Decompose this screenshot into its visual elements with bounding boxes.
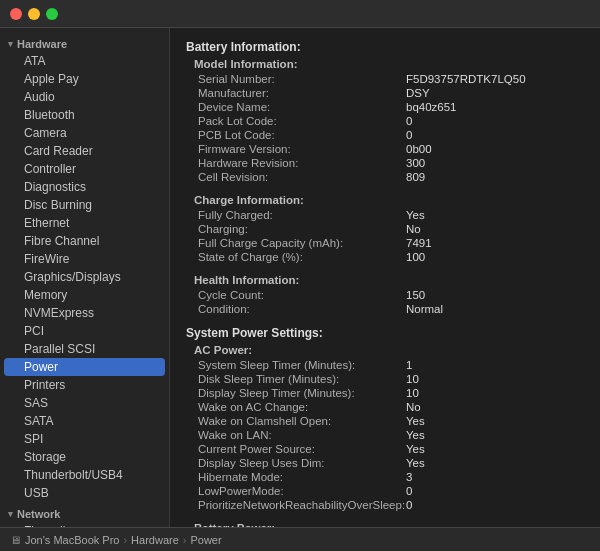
group-label: Hardware [17,38,67,50]
row-label: PrioritizeNetworkReachabilityOverSleep: [186,498,406,512]
sidebar-item-printers[interactable]: Printers [4,376,165,394]
sidebar-item-sas[interactable]: SAS [4,394,165,412]
breadcrumb-separator: › [183,534,187,546]
row-value: F5D93757RDTK7LQ50 [406,72,584,86]
row-value: Yes [406,414,584,428]
table-row: LowPowerMode:0 [186,484,584,498]
row-value: Yes [406,208,584,222]
sidebar-item-graphics-displays[interactable]: Graphics/Displays [4,268,165,286]
row-label: Serial Number: [186,72,406,86]
sidebar-item-spi[interactable]: SPI [4,430,165,448]
row-value: 300 [406,156,584,170]
sidebar-group-network[interactable]: ▾Network [0,502,169,522]
row-label: Wake on AC Change: [186,400,406,414]
breadcrumb-item[interactable]: Power [190,534,221,546]
table-row: Wake on LAN:Yes [186,428,584,442]
table-row: Charging:No [186,222,584,236]
sidebar-item-parallel-scsi[interactable]: Parallel SCSI [4,340,165,358]
sidebar-item-audio[interactable]: Audio [4,88,165,106]
table-row: Disk Sleep Timer (Minutes):10 [186,372,584,386]
row-label: Display Sleep Uses Dim: [186,456,406,470]
group-label: Network [17,508,60,520]
battery-power-title: Battery Power: [194,522,584,527]
maximize-button[interactable] [46,8,58,20]
sidebar-group-hardware[interactable]: ▾Hardware [0,32,169,52]
row-label: Full Charge Capacity (mAh): [186,236,406,250]
title-bar [0,0,600,28]
row-label: Pack Lot Code: [186,114,406,128]
row-label: Hibernate Mode: [186,470,406,484]
row-label: Disk Sleep Timer (Minutes): [186,372,406,386]
bottom-bar: 🖥Jon's MacBook Pro › Hardware › Power [0,527,600,551]
sidebar-item-sata[interactable]: SATA [4,412,165,430]
row-label: Cycle Count: [186,288,406,302]
chevron-icon: ▾ [8,39,13,49]
sidebar-item-memory[interactable]: Memory [4,286,165,304]
row-value: Yes [406,442,584,456]
row-value: 10 [406,386,584,400]
row-value: bq40z651 [406,100,584,114]
info-table: Cycle Count:150Condition:Normal [186,288,584,316]
sidebar-item-firewire[interactable]: FireWire [4,250,165,268]
close-button[interactable] [10,8,22,20]
traffic-lights [10,8,58,20]
sidebar-item-thunderbolt-usb4[interactable]: Thunderbolt/USB4 [4,466,165,484]
minimize-button[interactable] [28,8,40,20]
sidebar-item-ethernet[interactable]: Ethernet [4,214,165,232]
table-row: Current Power Source:Yes [186,442,584,456]
table-row: Cell Revision:809 [186,170,584,184]
sidebar-item-disc-burning[interactable]: Disc Burning [4,196,165,214]
row-value: Yes [406,428,584,442]
sidebar-item-usb[interactable]: USB [4,484,165,502]
table-row: Manufacturer:DSY [186,86,584,100]
system-power-title: System Power Settings: [186,326,584,340]
ac-power-table: System Sleep Timer (Minutes):1Disk Sleep… [186,358,584,512]
table-row: Display Sleep Uses Dim:Yes [186,456,584,470]
row-value: 809 [406,170,584,184]
row-label: LowPowerMode: [186,484,406,498]
table-row: Pack Lot Code:0 [186,114,584,128]
table-row: Device Name:bq40z651 [186,100,584,114]
chevron-icon: ▾ [8,509,13,519]
row-label: Wake on LAN: [186,428,406,442]
table-row: Hardware Revision:300 [186,156,584,170]
row-label: PCB Lot Code: [186,128,406,142]
row-label: Firmware Version: [186,142,406,156]
sidebar-item-power[interactable]: Power [4,358,165,376]
table-row: Hibernate Mode:3 [186,470,584,484]
sidebar-item-diagnostics[interactable]: Diagnostics [4,178,165,196]
sidebar-item-card-reader[interactable]: Card Reader [4,142,165,160]
table-row: Firmware Version:0b00 [186,142,584,156]
table-row: State of Charge (%):100 [186,250,584,264]
breadcrumb-item[interactable]: Jon's MacBook Pro [25,534,119,546]
table-row: PrioritizeNetworkReachabilityOverSleep:0 [186,498,584,512]
sidebar-item-nvmexpress[interactable]: NVMExpress [4,304,165,322]
sidebar-item-controller[interactable]: Controller [4,160,165,178]
row-value: 150 [406,288,584,302]
row-label: Charging: [186,222,406,236]
computer-icon: 🖥 [10,534,21,546]
sub-section-title: Model Information: [194,58,584,70]
table-row: Condition:Normal [186,302,584,316]
table-row: Display Sleep Timer (Minutes):10 [186,386,584,400]
sidebar-item-storage[interactable]: Storage [4,448,165,466]
row-value: DSY [406,86,584,100]
sidebar-item-bluetooth[interactable]: Bluetooth [4,106,165,124]
sidebar-item-camera[interactable]: Camera [4,124,165,142]
row-label: Device Name: [186,100,406,114]
info-table: Fully Charged:YesCharging:NoFull Charge … [186,208,584,264]
sidebar-item-firewall[interactable]: Firewall [4,522,165,527]
sidebar-item-fibre-channel[interactable]: Fibre Channel [4,232,165,250]
row-value: 0 [406,484,584,498]
sub-section-title: Charge Information: [194,194,584,206]
breadcrumb-item[interactable]: Hardware [131,534,179,546]
sub-section-title: Health Information: [194,274,584,286]
sidebar-item-ata[interactable]: ATA [4,52,165,70]
sidebar-item-pci[interactable]: PCI [4,322,165,340]
sidebar-item-apple-pay[interactable]: Apple Pay [4,70,165,88]
row-label: Wake on Clamshell Open: [186,414,406,428]
table-row: Cycle Count:150 [186,288,584,302]
row-value: 100 [406,250,584,264]
row-label: State of Charge (%): [186,250,406,264]
row-label: Display Sleep Timer (Minutes): [186,386,406,400]
